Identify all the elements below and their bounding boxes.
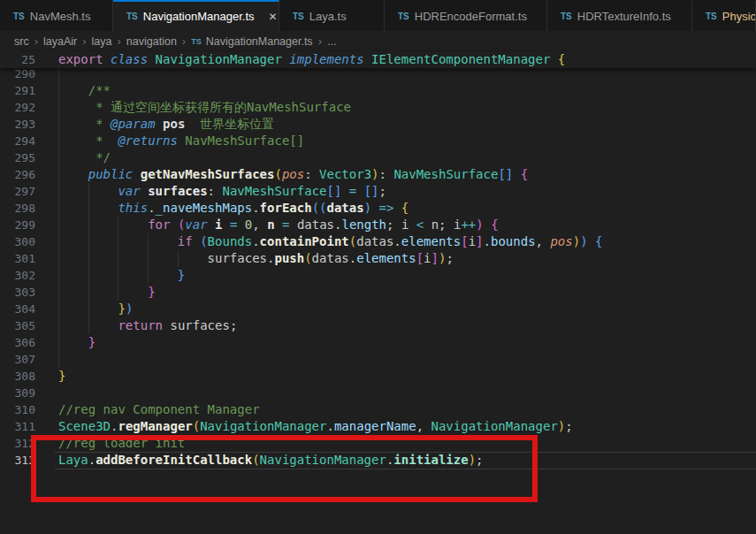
code-line[interactable]: 296 public getNavMeshSurfaces(pos: Vecto… [0, 166, 756, 183]
indent-guide [118, 267, 118, 284]
tab-label: HDRTextureInfo.ts [577, 10, 671, 23]
breadcrumb-label: NavigationManager.ts [206, 35, 313, 48]
tab-hdrtextureinfo-ts[interactable]: TSHDRTextureInfo.ts [547, 0, 692, 31]
line-number[interactable]: 296 [0, 166, 35, 183]
code-line-content: * @returns NavMeshSurface[] [58, 133, 756, 149]
code-line[interactable]: 292 * 通过空间坐标获得所有的NavMeshSurface [0, 99, 756, 116]
line-number[interactable]: 300 [0, 233, 35, 250]
code-line[interactable]: 309 [0, 385, 756, 401]
code-line[interactable]: 310//reg nav Component Manager [0, 401, 756, 418]
line-number[interactable]: 295 [0, 149, 35, 166]
code-line[interactable]: 305 return surfaces; [0, 317, 756, 334]
line-number[interactable]: 303 [0, 284, 35, 301]
code-line[interactable]: 295 */ [0, 149, 756, 166]
indent-guide [88, 317, 89, 334]
tab-bar: TSNavMesh.tsTSNavigationManager.ts✕TSLay… [0, 0, 756, 31]
breadcrumb-separator: › [34, 34, 38, 48]
line-number[interactable]: 291 [0, 82, 35, 99]
code-lines: 290291 /**292 * 通过空间坐标获得所有的NavMeshSurfac… [0, 65, 756, 469]
ts-icon: TS [13, 11, 25, 21]
line-number[interactable]: 308 [0, 368, 35, 385]
breadcrumb-item-laya[interactable]: laya [92, 35, 112, 48]
code-line-content: * 通过空间坐标获得所有的NavMeshSurface [58, 99, 756, 116]
tab-navigationmanager-ts[interactable]: TSNavigationManager.ts✕ [113, 0, 279, 31]
code-line[interactable]: 303 } [0, 284, 756, 301]
line-number[interactable]: 298 [0, 200, 35, 217]
indent-guide [58, 133, 59, 149]
code-line[interactable]: 300 if (Bounds.containPoint(datas.elemen… [0, 233, 756, 250]
line-number[interactable]: 301 [0, 250, 35, 267]
tab-navmesh-ts[interactable]: TSNavMesh.ts [0, 0, 113, 31]
line-number[interactable]: 305 [0, 317, 35, 334]
tab-hdrencodeformat-ts[interactable]: TSHDREncodeFormat.ts [385, 0, 547, 31]
code-line[interactable]: 291 /** [0, 82, 756, 99]
line-number[interactable]: 307 [0, 351, 35, 368]
breadcrumb-separator: › [82, 34, 86, 48]
code-line[interactable]: 293 * @param pos 世界坐标位置 [0, 116, 756, 133]
line-number[interactable]: 297 [0, 183, 35, 200]
code-line[interactable]: 298 this._naveMeshMaps.forEach((datas) =… [0, 200, 756, 217]
red-annotation-box [31, 435, 538, 502]
ts-icon: TS [561, 11, 572, 21]
breadcrumb-item-src[interactable]: src [14, 35, 29, 48]
code-line-content: } [58, 368, 756, 385]
code-line[interactable]: 311Scene3D.regManager(NavigationManager.… [0, 418, 756, 435]
indent-guide [58, 217, 59, 233]
line-number[interactable]: 311 [0, 418, 35, 435]
vscode-window: TSNavMesh.tsTSNavigationManager.ts✕TSLay… [0, 0, 756, 534]
code-line[interactable]: 299 for (var i = 0, n = datas.length; i … [0, 217, 756, 233]
code-line-content: public getNavMeshSurfaces(pos: Vector3):… [58, 166, 756, 183]
tab-label: Laya.ts [309, 10, 347, 23]
indent-guide [118, 284, 118, 301]
code-line-content: var surfaces: NavMeshSurface[] = []; [58, 183, 756, 200]
breadcrumb-item-layaair[interactable]: layaAir [43, 35, 77, 48]
breadcrumb-item-navigation[interactable]: navigation [126, 35, 177, 48]
indent-guide [88, 233, 89, 250]
ts-icon: TS [293, 11, 304, 21]
line-number[interactable]: 302 [0, 267, 35, 284]
code-line[interactable]: 308} [0, 368, 756, 385]
indent-guide [148, 267, 149, 284]
line-number[interactable]: 313 [0, 452, 35, 469]
tab-physics[interactable]: TSPhysics [692, 0, 756, 31]
line-number[interactable]: 294 [0, 133, 35, 149]
breadcrumb-label: layaAir [43, 35, 77, 48]
code-line-content: return surfaces; [58, 317, 756, 334]
breadcrumb-item--[interactable]: ... [327, 35, 336, 48]
line-number[interactable]: 293 [0, 116, 35, 133]
breadcrumb-separator: › [118, 34, 121, 48]
line-number[interactable]: 299 [0, 217, 35, 233]
line-number[interactable]: 25 [0, 51, 35, 68]
line-number[interactable]: 309 [0, 385, 35, 401]
tab-laya-ts[interactable]: TSLaya.ts [279, 0, 385, 31]
line-number[interactable]: 312 [0, 435, 35, 452]
code-line[interactable]: 302 } [0, 267, 756, 284]
indent-guide [58, 351, 59, 368]
tab-close-icon[interactable]: ✕ [267, 10, 279, 24]
line-number[interactable]: 304 [0, 301, 35, 317]
breadcrumb-item-navigationmanager-ts[interactable]: TSNavigationManager.ts [191, 35, 312, 48]
indent-guide [58, 183, 59, 200]
indent-guide [58, 166, 59, 183]
sticky-scroll-line[interactable]: 25export class NavigationManager impleme… [0, 51, 756, 68]
line-number[interactable]: 292 [0, 99, 35, 116]
indent-guide [58, 284, 59, 301]
indent-guide [178, 250, 179, 267]
code-line[interactable]: 304 }) [0, 301, 756, 317]
code-line[interactable]: 297 var surfaces: NavMeshSurface[] = []; [0, 183, 756, 200]
indent-guide [58, 301, 59, 317]
code-line[interactable]: 301 surfaces.push(datas.elements[i]); [0, 250, 756, 267]
indent-guide [58, 82, 59, 99]
code-line[interactable]: 306 } [0, 334, 756, 351]
breadcrumb-separator: › [182, 34, 186, 48]
tab-label: Physics [722, 10, 756, 23]
code-line[interactable]: 294 * @returns NavMeshSurface[] [0, 133, 756, 149]
code-line-content: export class NavigationManager implement… [58, 51, 756, 68]
code-line-content: } [58, 284, 756, 301]
breadcrumb-label: ... [327, 35, 336, 48]
line-number[interactable]: 310 [0, 401, 35, 418]
code-line[interactable]: 25export class NavigationManager impleme… [0, 51, 756, 68]
editor[interactable]: 290291 /**292 * 通过空间坐标获得所有的NavMeshSurfac… [0, 51, 756, 534]
line-number[interactable]: 306 [0, 334, 35, 351]
code-line[interactable]: 307 [0, 351, 756, 368]
